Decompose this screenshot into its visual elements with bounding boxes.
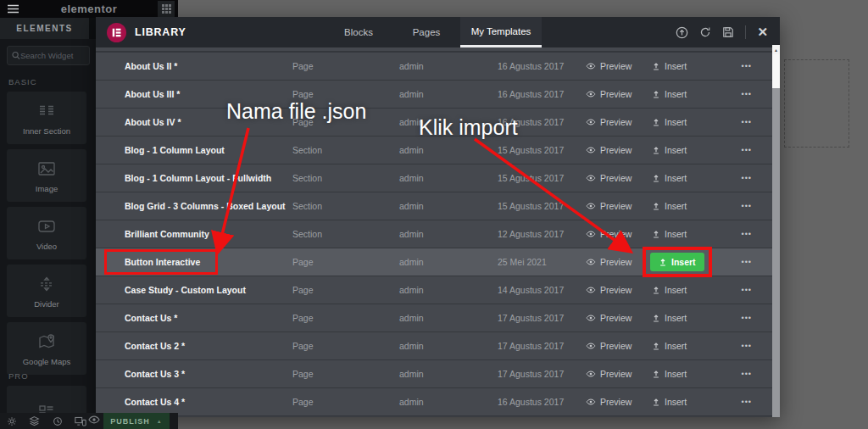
more-actions-button[interactable]: ••• bbox=[706, 136, 772, 164]
insert-icon bbox=[652, 202, 660, 210]
library-tab-my-templates[interactable]: My Templates bbox=[460, 17, 542, 47]
more-actions-button[interactable]: ••• bbox=[706, 248, 772, 276]
template-row[interactable]: About Us IV * Page admin 16 Agustus 2017… bbox=[96, 109, 772, 136]
insert-button[interactable]: Insert bbox=[650, 276, 706, 304]
preview-button[interactable]: Preview bbox=[586, 388, 650, 415]
insert-button[interactable]: Insert bbox=[650, 81, 706, 108]
template-type: Page bbox=[289, 388, 391, 415]
more-actions-button[interactable]: ••• bbox=[706, 304, 772, 332]
preview-button[interactable]: Preview bbox=[586, 136, 650, 164]
preview-button[interactable]: Preview bbox=[586, 248, 650, 276]
template-date: 17 Agustus 2017 bbox=[484, 304, 586, 332]
insert-label: Insert bbox=[665, 145, 687, 155]
template-row[interactable]: Button Interactive Page admin 25 Mei 202… bbox=[96, 248, 772, 276]
widgets-grid-icon[interactable] bbox=[158, 1, 175, 17]
publish-options-caret-icon[interactable]: ▲ bbox=[157, 419, 163, 424]
template-date: 16 Agustus 2017 bbox=[484, 109, 586, 136]
preview-button[interactable]: Preview bbox=[586, 164, 650, 192]
template-author: admin bbox=[391, 81, 484, 108]
insert-button[interactable]: Insert bbox=[650, 388, 706, 415]
save-template-icon[interactable] bbox=[722, 26, 734, 38]
empty-section-placeholder[interactable] bbox=[784, 59, 849, 148]
widget-card[interactable]: Inner Section bbox=[7, 92, 86, 144]
preview-changes-eye-icon[interactable] bbox=[88, 415, 100, 425]
import-template-icon[interactable] bbox=[676, 26, 688, 39]
preview-button[interactable]: Preview bbox=[586, 360, 650, 387]
more-actions-button[interactable]: ••• bbox=[706, 81, 772, 108]
eye-icon bbox=[586, 230, 596, 238]
widget-card[interactable]: Google Maps bbox=[7, 322, 86, 375]
modal-scrollbar[interactable]: ▲ bbox=[772, 45, 780, 417]
template-row[interactable]: About Us III * Page admin 16 Agustus 201… bbox=[96, 81, 772, 109]
insert-button[interactable]: Insert bbox=[650, 53, 706, 80]
insert-label: Insert bbox=[671, 257, 696, 267]
more-actions-button[interactable]: ••• bbox=[706, 192, 772, 220]
template-name: Case Study - Custom Layout bbox=[125, 285, 246, 295]
preview-button[interactable]: Preview bbox=[586, 304, 650, 332]
panel-top-bar: elementor bbox=[0, 0, 178, 18]
template-row[interactable]: Contact Us 2 * Page admin 17 Agustus 201… bbox=[96, 332, 772, 360]
template-type: Page bbox=[289, 53, 391, 80]
library-tab-blocks[interactable]: Blocks bbox=[325, 17, 392, 47]
scroll-up-icon[interactable]: ▲ bbox=[772, 45, 780, 54]
library-tab-pages[interactable]: Pages bbox=[392, 17, 460, 47]
scrollbar-thumb[interactable] bbox=[772, 54, 780, 88]
preview-label: Preview bbox=[600, 61, 632, 71]
more-actions-button[interactable]: ••• bbox=[706, 276, 772, 304]
navigator-layers-icon[interactable] bbox=[23, 415, 46, 426]
insert-button[interactable]: Insert bbox=[650, 109, 706, 136]
template-type: Page bbox=[289, 276, 391, 304]
video-icon bbox=[36, 216, 57, 237]
template-row[interactable]: Blog - 1 Column Layout Section admin 15 … bbox=[96, 136, 772, 164]
template-row[interactable]: Blog Grid - 3 Columns - Boxed Layout Sec… bbox=[96, 192, 772, 220]
preview-button[interactable]: Preview bbox=[586, 81, 650, 108]
search-input[interactable] bbox=[20, 51, 85, 60]
template-row[interactable]: Case Study - Custom Layout Page admin 14… bbox=[96, 276, 772, 304]
widget-card[interactable]: Image bbox=[7, 149, 86, 202]
template-row[interactable]: Brilliant Community Section admin 12 Agu… bbox=[96, 220, 772, 248]
template-date: 14 Agustus 2017 bbox=[484, 276, 586, 304]
more-actions-button[interactable]: ••• bbox=[706, 220, 772, 248]
more-actions-button[interactable]: ••• bbox=[706, 388, 772, 415]
preview-button[interactable]: Preview bbox=[586, 332, 650, 359]
preview-button[interactable]: Preview bbox=[586, 53, 650, 80]
more-actions-button[interactable]: ••• bbox=[706, 109, 772, 136]
template-row[interactable]: Contact Us 4 * Page admin 16 Agustus 201… bbox=[96, 388, 772, 416]
insert-button[interactable]: Insert bbox=[650, 360, 706, 387]
insert-button[interactable]: Insert bbox=[650, 220, 706, 248]
tab-elements[interactable]: ELEMENTS bbox=[0, 18, 89, 39]
insert-label: Insert bbox=[665, 313, 687, 323]
preview-button[interactable]: Preview bbox=[586, 109, 650, 136]
template-row[interactable]: Blog - 1 Column Layout - Fullwidth Secti… bbox=[96, 164, 772, 192]
widget-label: Divider bbox=[34, 299, 59, 309]
more-actions-button[interactable]: ••• bbox=[706, 164, 772, 192]
preview-button[interactable]: Preview bbox=[586, 220, 650, 248]
preview-button[interactable]: Preview bbox=[586, 192, 650, 220]
widget-card[interactable]: Video bbox=[7, 207, 86, 259]
template-name: About Us II * bbox=[125, 61, 177, 71]
insert-button[interactable]: Insert bbox=[650, 248, 706, 276]
sync-library-icon[interactable] bbox=[699, 26, 711, 38]
insert-button[interactable]: Insert bbox=[650, 164, 706, 192]
history-icon[interactable] bbox=[46, 416, 69, 426]
preview-label: Preview bbox=[600, 313, 632, 323]
template-type: Page bbox=[289, 109, 391, 136]
insert-button[interactable]: Insert bbox=[650, 136, 706, 164]
template-row[interactable]: About Us II * Page admin 16 Agustus 2017… bbox=[96, 53, 772, 81]
widget-search[interactable] bbox=[7, 46, 90, 65]
close-icon[interactable]: ✕ bbox=[757, 25, 768, 40]
publish-button[interactable]: PUBLISH ▲ bbox=[103, 413, 170, 429]
more-actions-button[interactable]: ••• bbox=[706, 360, 772, 387]
divider-icon bbox=[36, 274, 57, 294]
insert-button[interactable]: Insert bbox=[650, 304, 706, 332]
insert-icon bbox=[652, 370, 660, 378]
more-actions-button[interactable]: ••• bbox=[706, 332, 772, 359]
insert-button[interactable]: Insert bbox=[650, 192, 706, 220]
settings-gear-icon[interactable] bbox=[0, 416, 23, 426]
widget-card[interactable]: Divider bbox=[7, 265, 86, 317]
template-row[interactable]: Contact Us 3 * Page admin 17 Agustus 201… bbox=[96, 360, 772, 388]
preview-button[interactable]: Preview bbox=[586, 276, 650, 304]
more-actions-button[interactable]: ••• bbox=[706, 53, 772, 80]
template-row[interactable]: Contact Us * Page admin 17 Agustus 2017 … bbox=[96, 304, 772, 332]
insert-button[interactable]: Insert bbox=[650, 332, 706, 359]
